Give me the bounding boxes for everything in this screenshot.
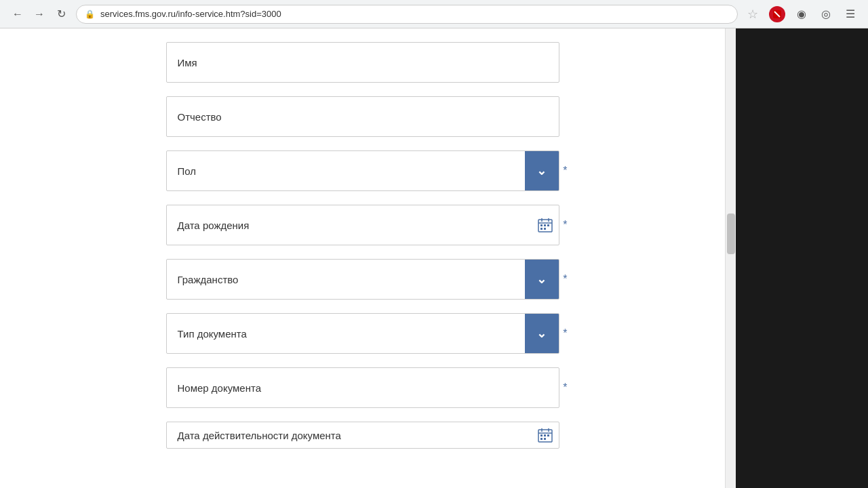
field-data-deystvitelnosti: Дата действительности документа <box>166 422 559 449</box>
field-data-rozhdeniya: Дата рождения <box>166 205 559 245</box>
grazhdanstvo-select-wrapper: Гражданство ⌄ <box>166 259 559 300</box>
back-button[interactable]: ← <box>8 5 27 24</box>
svg-rect-19 <box>544 438 546 440</box>
form-container: Пол ⌄ Дата рождения <box>153 42 573 449</box>
chevron-down-icon: ⌄ <box>536 326 547 341</box>
browser-chrome: ← → ↻ 🔒 services.fms.gov.ru/info-service… <box>0 0 868 28</box>
grazhdanstvo-select-label: Гражданство <box>167 274 525 285</box>
svg-rect-7 <box>544 224 546 226</box>
svg-rect-15 <box>540 434 542 436</box>
pol-select-label: Пол <box>167 165 525 177</box>
tip-dokumenta-select-label: Тип документа <box>167 328 525 340</box>
date-birth-label: Дата рождения <box>167 220 532 231</box>
nomer-dokumenta-input[interactable] <box>166 367 559 408</box>
lock-icon: 🔒 <box>85 9 95 19</box>
svg-rect-18 <box>540 438 542 440</box>
tip-dokumenta-select-wrapper: Тип документа ⌄ <box>166 313 559 354</box>
chevron-down-icon: ⌄ <box>536 163 547 178</box>
browser-actions: ☆ ◉ ◎ ☰ <box>743 5 860 24</box>
field-imya <box>166 42 559 83</box>
scrollbar[interactable] <box>725 28 736 488</box>
bookmark-button[interactable]: ☆ <box>743 5 762 24</box>
calendar-validity-button[interactable] <box>532 422 559 448</box>
main-content: Пол ⌄ Дата рождения <box>0 28 725 488</box>
scrollbar-thumb[interactable] <box>727 214 735 254</box>
reload-button[interactable]: ↻ <box>52 5 71 24</box>
opera-icon <box>769 6 785 22</box>
date-validity-wrapper: Дата действительности документа <box>166 422 559 449</box>
calendar-icon <box>538 218 553 232</box>
otchestvo-input[interactable] <box>166 96 559 137</box>
grazhdanstvo-select-display[interactable]: Гражданство ⌄ <box>166 259 559 300</box>
nav-buttons: ← → ↻ <box>8 5 71 24</box>
chevron-down-icon: ⌄ <box>536 272 547 287</box>
field-tip-dokumenta: Тип документа ⌄ <box>166 313 559 354</box>
date-validity-display[interactable]: Дата действительности документа <box>166 422 559 449</box>
date-birth-wrapper: Дата рождения <box>166 205 559 245</box>
calendar-button[interactable] <box>532 205 559 245</box>
right-panel <box>736 28 868 488</box>
date-validity-label: Дата действительности документа <box>167 430 532 441</box>
svg-rect-8 <box>547 224 549 226</box>
date-birth-display[interactable]: Дата рождения <box>166 205 559 245</box>
svg-rect-9 <box>540 228 542 230</box>
menu-button[interactable]: ☰ <box>841 5 860 24</box>
imya-input[interactable] <box>166 42 559 83</box>
forward-button[interactable]: → <box>30 5 49 24</box>
page-content: Пол ⌄ Дата рождения <box>0 28 868 488</box>
account-button[interactable]: ◎ <box>816 5 835 24</box>
grazhdanstvo-dropdown-button[interactable]: ⌄ <box>525 260 559 299</box>
svg-rect-16 <box>544 434 546 436</box>
svg-rect-6 <box>540 224 542 226</box>
svg-rect-17 <box>547 434 549 436</box>
field-otchestvo <box>166 96 559 137</box>
tip-dokumenta-select-display[interactable]: Тип документа ⌄ <box>166 313 559 354</box>
pol-dropdown-button[interactable]: ⌄ <box>525 151 559 190</box>
pol-select-wrapper: Пол ⌄ <box>166 150 559 191</box>
field-nomer-dokumenta <box>166 367 559 408</box>
svg-rect-10 <box>544 228 546 230</box>
opera-button[interactable] <box>768 5 787 24</box>
url-text: services.fms.gov.ru/info-service.htm?sid… <box>100 9 281 19</box>
extensions-button[interactable]: ◉ <box>792 5 811 24</box>
field-grazhdanstvo: Гражданство ⌄ <box>166 259 559 300</box>
tip-dokumenta-dropdown-button[interactable]: ⌄ <box>525 314 559 353</box>
calendar-validity-icon <box>538 428 553 443</box>
pol-select-display[interactable]: Пол ⌄ <box>166 150 559 191</box>
address-bar[interactable]: 🔒 services.fms.gov.ru/info-service.htm?s… <box>76 5 738 24</box>
field-pol: Пол ⌄ <box>166 150 559 191</box>
